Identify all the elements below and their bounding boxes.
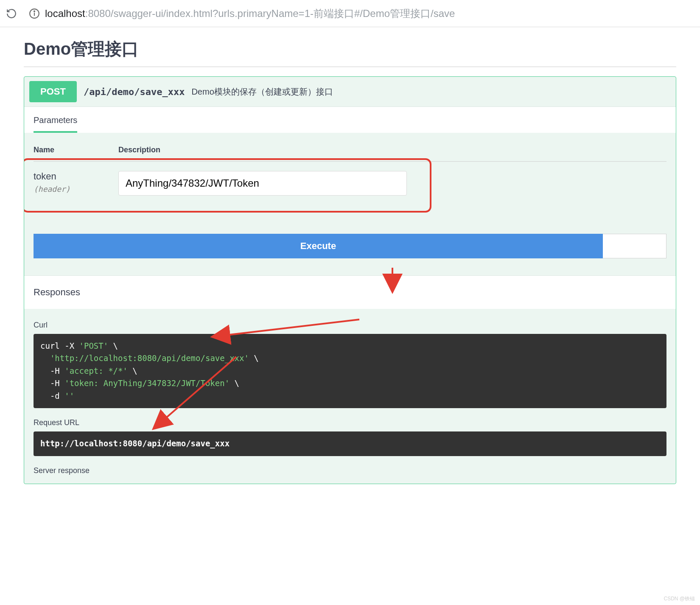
curl-code: curl -X 'POST' \ 'http://localhost:8080/… <box>40 341 259 401</box>
clear-button[interactable] <box>603 234 666 258</box>
request-url-value: http://localhost:8080/api/demo/save_xxx <box>40 439 230 448</box>
col-header-name: Name <box>34 146 110 154</box>
operation-block: POST /api/demo/save_xxx Demo模块的保存（创建或更新）… <box>24 76 676 484</box>
browser-address-bar: localhost:8080/swagger-ui/index.html?url… <box>0 0 700 27</box>
page-title: Demo管理接口 <box>24 37 676 67</box>
parameters-tabbar: Parameters <box>24 106 676 133</box>
param-in: (header) <box>34 185 110 193</box>
info-icon[interactable] <box>29 8 40 19</box>
operation-summary[interactable]: POST /api/demo/save_xxx Demo模块的保存（创建或更新）… <box>24 77 676 106</box>
server-response-label: Server response <box>34 466 666 475</box>
param-name: token <box>34 171 110 182</box>
responses-section-header: Responses <box>24 275 676 309</box>
curl-code-block[interactable]: curl -X 'POST' \ 'http://localhost:8080/… <box>34 334 666 408</box>
request-url-label: Request URL <box>34 418 666 427</box>
operation-summary-text: Demo模块的保存（创建或更新）接口 <box>191 86 333 98</box>
col-header-description: Description <box>118 146 160 154</box>
execute-button[interactable]: Execute <box>34 234 603 258</box>
param-value-input[interactable] <box>118 171 407 196</box>
param-row-token: token (header) <box>34 171 666 196</box>
svg-point-2 <box>34 11 35 11</box>
url-path: /swagger-ui/index.html?urls.primaryName=… <box>111 8 455 19</box>
operation-path: /api/demo/save_xxx <box>84 87 185 97</box>
tab-parameters[interactable]: Parameters <box>34 115 77 133</box>
request-url-block[interactable]: http://localhost:8080/api/demo/save_xxx <box>34 431 666 456</box>
http-method-badge: POST <box>29 81 77 102</box>
url-port: :8080 <box>85 8 111 19</box>
curl-label: Curl <box>34 321 666 330</box>
url-text[interactable]: localhost:8080/swagger-ui/index.html?url… <box>45 7 455 20</box>
reload-icon[interactable] <box>6 8 17 19</box>
url-host: localhost <box>45 8 85 19</box>
